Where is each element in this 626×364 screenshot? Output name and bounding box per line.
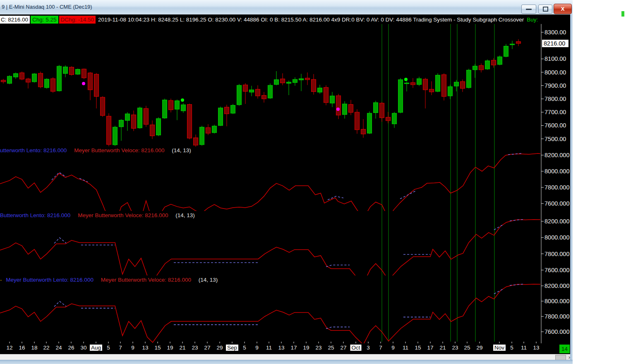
candle [367,113,372,133]
minimize-button[interactable] [521,5,536,14]
candle [26,79,31,82]
restore-button[interactable] [538,5,552,14]
time-axis[interactable]: 14 12161822242630Aug57913151921232729Sep… [0,343,570,354]
candle [181,105,186,111]
panel-price-tick-label: 7800.000 [544,251,569,257]
close-button[interactable]: X [554,4,572,14]
panel3-veloce-label: Meyer Butterworth Veloce: 8216.000 [101,277,191,283]
lento-line [400,191,416,199]
candle [51,79,55,91]
candle [398,80,403,113]
price-tick-label: 7600.00 [544,122,566,129]
veloce-line [0,220,541,284]
time-tick: 9 [131,345,134,351]
candle [324,87,329,103]
candle [498,57,502,65]
panel3-lento-label: Meyer Butterworth Lento: 8216.000 [6,277,94,283]
candle [274,80,279,85]
candle [63,67,68,74]
candle [237,85,242,105]
time-tick-month: Sep [226,345,238,351]
panel1-veloce-label: Meyer Butterworth Veloce: 8216.000 [74,147,164,153]
candle [485,61,490,69]
candle [7,76,12,83]
candle [101,97,105,115]
candle [392,113,397,124]
title-bar[interactable]: 9 | E-Mini Nasdaq 100 - CME (Dec19) X [0,0,573,15]
price-chart-canvas[interactable]: 8200.0008000.0007800.0007600.0008200.000… [0,24,570,343]
candle [516,42,521,44]
time-tick: 11 [403,345,408,351]
time-tick: 13 [142,345,148,351]
time-tick: 13 [533,345,539,351]
panel2-lento-label: Butterworth Lento: 8216.000 [0,212,70,218]
panel1-lento-label: utterworth Lento: 8216.000 [0,147,67,153]
price-tick-label: 7900.00 [544,82,566,89]
candle [510,44,515,45]
candle [479,66,484,70]
candle [94,74,99,96]
time-tick: 7 [379,345,382,351]
time-tick-month: Nov [493,345,506,351]
panel-price-tick-label: 8200.000 [544,218,569,225]
time-tick: 26 [68,345,74,351]
candle [212,126,217,133]
candle [144,108,149,125]
signal-dot [181,98,184,102]
indicator-panel-2 [0,219,541,284]
candle [70,67,74,74]
ohlc-detail-text: 2019-11-08 10:04:23 H: 8248.25 L: 8196.2… [98,17,524,23]
candle [429,89,434,92]
candle [32,74,37,82]
change-field: Chg: 5.25 [31,16,58,24]
candle [200,127,204,145]
window-title: 9 | E-Mini Nasdaq 100 - CME (Dec19) [2,4,92,10]
price-tick-label: 8100.00 [544,55,566,62]
candle [293,79,297,83]
panel-price-tick-label: 7800.000 [544,184,569,191]
close-icon: X [561,6,565,12]
panel-price-tick-label: 8000.000 [544,298,569,304]
veloce-line [0,284,541,343]
panel3-marker-icon: - [0,277,2,283]
time-tick: 23 [315,345,321,351]
signal-dot [336,108,340,111]
lento-line [54,301,66,307]
candle [268,85,273,98]
candle [156,119,161,135]
lento-line [326,265,350,267]
candle [125,114,130,120]
price-tick-label: 8000.00 [544,69,566,76]
candle [287,82,291,83]
candle [386,117,391,120]
candle [76,69,80,74]
candle [231,105,235,113]
desktop-background [573,0,626,364]
panel2-label: Butterworth Lento: 8216.000 Meyer Butter… [0,212,195,218]
chart-number-badge[interactable]: 14 [559,345,570,353]
candle [312,79,316,92]
panel-price-tick-label: 7800.000 [544,313,569,320]
candle [57,66,62,91]
signal-dot [82,82,85,85]
time-tick: 22 [43,345,49,351]
candle [355,112,360,130]
candle [448,86,453,96]
candle [82,69,86,78]
candle [163,100,167,118]
candle [132,115,136,129]
time-tick: 13 [278,345,284,351]
candle [361,129,366,134]
last-price-label: 8216.00 [544,40,565,47]
time-tick-month: Oct [350,345,361,351]
horizontal-scrollbar[interactable]: › [0,354,573,360]
candles-layer [1,39,521,147]
panel-price-tick-label: 7600.000 [544,328,569,335]
lento-line [54,238,66,244]
candle [1,80,6,82]
panel-price-tick-label: 8000.000 [544,168,569,175]
price-tick-label: 7800.00 [544,96,566,102]
candle [473,66,477,70]
lento-line [326,327,350,329]
candle [218,108,223,126]
